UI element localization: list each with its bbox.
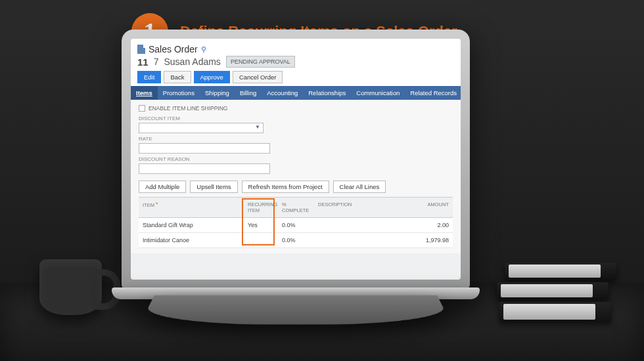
tab-related-records[interactable]: Related Records — [405, 86, 461, 100]
cell-item: Standard Gift Wrap — [139, 218, 244, 232]
tab-shipping[interactable]: Shipping — [200, 86, 235, 100]
grid-header: ITEM * RECURRING ITEM % COMPLETE DESCRIP… — [139, 197, 453, 218]
discount-item-label: DISCOUNT ITEM — [139, 116, 453, 121]
upsell-items-button[interactable]: Upsell Items — [190, 180, 237, 193]
cell-amount: 2.00 — [407, 218, 453, 232]
table-row[interactable]: Standard Gift Wrap Yes 0.0% 2.00 — [139, 218, 453, 233]
books-prop — [499, 260, 611, 322]
search-icon[interactable]: ⚲ — [201, 45, 206, 54]
col-description: DESCRIPTION — [314, 198, 407, 217]
record-number: 11 — [137, 56, 149, 68]
back-button[interactable]: Back — [164, 71, 191, 83]
items-form: ENABLE ITEM LINE SHIPPING DISCOUNT ITEM … — [131, 100, 461, 253]
clear-all-lines-button[interactable]: Clear All Lines — [333, 180, 386, 193]
approve-button[interactable]: Approve — [194, 71, 230, 83]
cell-recurring — [244, 233, 278, 247]
rate-label: RATE — [139, 136, 453, 142]
cell-pct: 0.0% — [278, 218, 314, 232]
tab-communication[interactable]: Communication — [351, 86, 405, 100]
customer-name: Susan Adams — [164, 56, 220, 67]
cell-recurring: Yes — [244, 218, 278, 232]
discount-item-select[interactable] — [139, 123, 264, 133]
tab-relationships[interactable]: Relationships — [303, 86, 351, 100]
document-icon — [137, 45, 145, 54]
record-header: Sales Order ⚲ 11 7 Susan Adams PENDING A… — [131, 39, 461, 86]
tab-items[interactable]: Items — [131, 86, 158, 100]
enable-line-shipping-label: ENABLE ITEM LINE SHIPPING — [149, 105, 227, 112]
customer-number: 7 — [154, 56, 159, 67]
cell-amount: 1,979.98 — [407, 233, 453, 247]
refresh-items-button[interactable]: Refresh Items from Project — [242, 180, 329, 193]
mug-prop — [39, 259, 102, 315]
cell-desc — [314, 218, 407, 232]
discount-reason-label: DISCOUNT REASON — [139, 156, 453, 162]
line-items-grid: ITEM * RECURRING ITEM % COMPLETE DESCRIP… — [139, 197, 453, 248]
rate-input[interactable] — [139, 143, 270, 154]
laptop: Sales Order ⚲ 11 7 Susan Adams PENDING A… — [112, 30, 480, 341]
cell-desc — [314, 233, 407, 247]
enable-line-shipping-checkbox[interactable] — [139, 105, 145, 112]
col-item: ITEM — [143, 202, 154, 208]
discount-reason-input[interactable] — [139, 163, 270, 174]
app-screen: Sales Order ⚲ 11 7 Susan Adams PENDING A… — [131, 39, 461, 280]
col-amount: AMOUNT — [407, 198, 453, 217]
cancel-order-button[interactable]: Cancel Order — [233, 71, 283, 83]
table-row[interactable]: Intimidator Canoe 0.0% 1,979.98 — [139, 233, 453, 248]
tab-promotions[interactable]: Promotions — [158, 86, 200, 100]
col-pct-complete: % COMPLETE — [278, 198, 314, 217]
status-badge: PENDING APPROVAL — [226, 56, 295, 68]
tab-accounting[interactable]: Accounting — [262, 86, 303, 100]
subtab-bar: Items Promotions Shipping Billing Accoun… — [131, 86, 461, 100]
col-recurring: RECURRING ITEM — [244, 198, 278, 217]
page-title: Sales Order — [149, 44, 198, 54]
add-multiple-button[interactable]: Add Multiple — [139, 180, 186, 193]
tab-billing[interactable]: Billing — [235, 86, 262, 100]
cell-item: Intimidator Canoe — [139, 233, 244, 247]
cell-pct: 0.0% — [278, 233, 314, 247]
edit-button[interactable]: Edit — [137, 71, 161, 83]
